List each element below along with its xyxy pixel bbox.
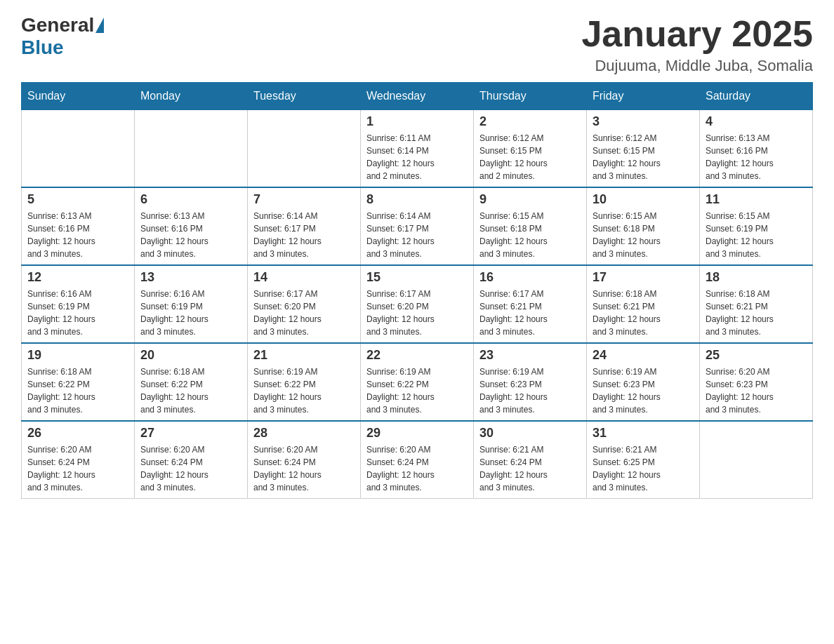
day-info: Sunrise: 6:18 AM Sunset: 6:22 PM Dayligh…: [140, 365, 241, 416]
day-info: Sunrise: 6:19 AM Sunset: 6:22 PM Dayligh…: [366, 365, 468, 416]
day-info: Sunrise: 6:15 AM Sunset: 6:18 PM Dayligh…: [593, 210, 694, 260]
day-info: Sunrise: 6:18 AM Sunset: 6:21 PM Dayligh…: [593, 288, 694, 338]
table-row: 14Sunrise: 6:17 AM Sunset: 6:20 PM Dayli…: [248, 265, 361, 343]
day-number: 19: [27, 348, 128, 363]
day-info: Sunrise: 6:20 AM Sunset: 6:24 PM Dayligh…: [140, 443, 241, 494]
table-row: 20Sunrise: 6:18 AM Sunset: 6:22 PM Dayli…: [135, 343, 248, 421]
table-row: [135, 110, 248, 188]
table-row: 24Sunrise: 6:19 AM Sunset: 6:23 PM Dayli…: [587, 343, 700, 421]
day-info: Sunrise: 6:18 AM Sunset: 6:22 PM Dayligh…: [27, 365, 128, 416]
day-info: Sunrise: 6:17 AM Sunset: 6:20 PM Dayligh…: [366, 288, 468, 338]
table-row: 16Sunrise: 6:17 AM Sunset: 6:21 PM Dayli…: [474, 265, 587, 343]
day-number: 20: [140, 348, 241, 363]
header-friday: Friday: [587, 83, 700, 110]
table-row: 30Sunrise: 6:21 AM Sunset: 6:24 PM Dayli…: [474, 421, 587, 499]
day-info: Sunrise: 6:16 AM Sunset: 6:19 PM Dayligh…: [140, 288, 241, 338]
day-number: 4: [706, 114, 807, 129]
table-row: 18Sunrise: 6:18 AM Sunset: 6:21 PM Dayli…: [700, 265, 813, 343]
day-info: Sunrise: 6:21 AM Sunset: 6:25 PM Dayligh…: [593, 443, 694, 494]
table-row: 27Sunrise: 6:20 AM Sunset: 6:24 PM Dayli…: [135, 421, 248, 499]
day-number: 7: [253, 192, 355, 207]
logo-general-text: General: [21, 14, 94, 36]
day-number: 18: [706, 270, 807, 285]
calendar-week-row: 5Sunrise: 6:13 AM Sunset: 6:16 PM Daylig…: [22, 187, 813, 265]
table-row: 2Sunrise: 6:12 AM Sunset: 6:15 PM Daylig…: [474, 110, 587, 188]
day-info: Sunrise: 6:21 AM Sunset: 6:24 PM Dayligh…: [479, 443, 581, 494]
calendar-week-row: 26Sunrise: 6:20 AM Sunset: 6:24 PM Dayli…: [22, 421, 813, 499]
calendar-week-row: 12Sunrise: 6:16 AM Sunset: 6:19 PM Dayli…: [22, 265, 813, 343]
day-info: Sunrise: 6:15 AM Sunset: 6:18 PM Dayligh…: [479, 210, 581, 260]
day-number: 12: [27, 270, 128, 285]
table-row: 17Sunrise: 6:18 AM Sunset: 6:21 PM Dayli…: [587, 265, 700, 343]
table-row: 19Sunrise: 6:18 AM Sunset: 6:22 PM Dayli…: [22, 343, 135, 421]
title-section: January 2025 Dujuuma, Middle Juba, Somal…: [581, 14, 813, 75]
day-number: 31: [593, 426, 694, 441]
header-sunday: Sunday: [22, 83, 135, 110]
table-row: 13Sunrise: 6:16 AM Sunset: 6:19 PM Dayli…: [135, 265, 248, 343]
location: Dujuuma, Middle Juba, Somalia: [581, 57, 813, 75]
day-info: Sunrise: 6:19 AM Sunset: 6:23 PM Dayligh…: [593, 365, 694, 416]
day-number: 5: [27, 192, 128, 207]
table-row: 29Sunrise: 6:20 AM Sunset: 6:24 PM Dayli…: [361, 421, 474, 499]
day-number: 30: [479, 426, 581, 441]
day-number: 14: [253, 270, 355, 285]
day-number: 26: [27, 426, 128, 441]
day-number: 17: [593, 270, 694, 285]
logo-triangle-icon: [95, 18, 104, 33]
table-row: 5Sunrise: 6:13 AM Sunset: 6:16 PM Daylig…: [22, 187, 135, 265]
day-number: 8: [366, 192, 468, 207]
table-row: 9Sunrise: 6:15 AM Sunset: 6:18 PM Daylig…: [474, 187, 587, 265]
day-number: 9: [479, 192, 581, 207]
day-info: Sunrise: 6:12 AM Sunset: 6:15 PM Dayligh…: [593, 132, 694, 182]
table-row: [22, 110, 135, 188]
calendar-week-row: 1Sunrise: 6:11 AM Sunset: 6:14 PM Daylig…: [22, 110, 813, 188]
table-row: 31Sunrise: 6:21 AM Sunset: 6:25 PM Dayli…: [587, 421, 700, 499]
day-info: Sunrise: 6:14 AM Sunset: 6:17 PM Dayligh…: [253, 210, 355, 260]
header-monday: Monday: [135, 83, 248, 110]
day-number: 15: [366, 270, 468, 285]
day-number: 3: [593, 114, 694, 129]
day-info: Sunrise: 6:14 AM Sunset: 6:17 PM Dayligh…: [366, 210, 468, 260]
table-row: 11Sunrise: 6:15 AM Sunset: 6:19 PM Dayli…: [700, 187, 813, 265]
day-info: Sunrise: 6:20 AM Sunset: 6:23 PM Dayligh…: [706, 365, 807, 416]
day-info: Sunrise: 6:13 AM Sunset: 6:16 PM Dayligh…: [140, 210, 241, 260]
day-number: 21: [253, 348, 355, 363]
day-number: 10: [593, 192, 694, 207]
day-info: Sunrise: 6:17 AM Sunset: 6:21 PM Dayligh…: [479, 288, 581, 338]
table-row: [248, 110, 361, 188]
day-number: 22: [366, 348, 468, 363]
day-info: Sunrise: 6:13 AM Sunset: 6:16 PM Dayligh…: [27, 210, 128, 260]
header-tuesday: Tuesday: [248, 83, 361, 110]
table-row: 26Sunrise: 6:20 AM Sunset: 6:24 PM Dayli…: [22, 421, 135, 499]
day-number: 28: [253, 426, 355, 441]
day-number: 24: [593, 348, 694, 363]
table-row: [700, 421, 813, 499]
table-row: 4Sunrise: 6:13 AM Sunset: 6:16 PM Daylig…: [700, 110, 813, 188]
logo-blue-text: Blue: [21, 36, 64, 59]
table-row: 1Sunrise: 6:11 AM Sunset: 6:14 PM Daylig…: [361, 110, 474, 188]
day-info: Sunrise: 6:15 AM Sunset: 6:19 PM Dayligh…: [706, 210, 807, 260]
table-row: 22Sunrise: 6:19 AM Sunset: 6:22 PM Dayli…: [361, 343, 474, 421]
table-row: 28Sunrise: 6:20 AM Sunset: 6:24 PM Dayli…: [248, 421, 361, 499]
header-thursday: Thursday: [474, 83, 587, 110]
day-info: Sunrise: 6:12 AM Sunset: 6:15 PM Dayligh…: [479, 132, 581, 182]
day-info: Sunrise: 6:19 AM Sunset: 6:22 PM Dayligh…: [253, 365, 355, 416]
day-info: Sunrise: 6:17 AM Sunset: 6:20 PM Dayligh…: [253, 288, 355, 338]
day-info: Sunrise: 6:20 AM Sunset: 6:24 PM Dayligh…: [27, 443, 128, 494]
day-number: 29: [366, 426, 468, 441]
table-row: 23Sunrise: 6:19 AM Sunset: 6:23 PM Dayli…: [474, 343, 587, 421]
day-number: 27: [140, 426, 241, 441]
day-number: 16: [479, 270, 581, 285]
table-row: 21Sunrise: 6:19 AM Sunset: 6:22 PM Dayli…: [248, 343, 361, 421]
day-info: Sunrise: 6:11 AM Sunset: 6:14 PM Dayligh…: [366, 132, 468, 182]
table-row: 3Sunrise: 6:12 AM Sunset: 6:15 PM Daylig…: [587, 110, 700, 188]
day-info: Sunrise: 6:18 AM Sunset: 6:21 PM Dayligh…: [706, 288, 807, 338]
day-info: Sunrise: 6:16 AM Sunset: 6:19 PM Dayligh…: [27, 288, 128, 338]
table-row: 8Sunrise: 6:14 AM Sunset: 6:17 PM Daylig…: [361, 187, 474, 265]
table-row: 6Sunrise: 6:13 AM Sunset: 6:16 PM Daylig…: [135, 187, 248, 265]
day-info: Sunrise: 6:13 AM Sunset: 6:16 PM Dayligh…: [706, 132, 807, 182]
day-number: 23: [479, 348, 581, 363]
day-info: Sunrise: 6:20 AM Sunset: 6:24 PM Dayligh…: [253, 443, 355, 494]
page-header: General Blue January 2025 Dujuuma, Middl…: [21, 14, 813, 75]
day-number: 11: [706, 192, 807, 207]
